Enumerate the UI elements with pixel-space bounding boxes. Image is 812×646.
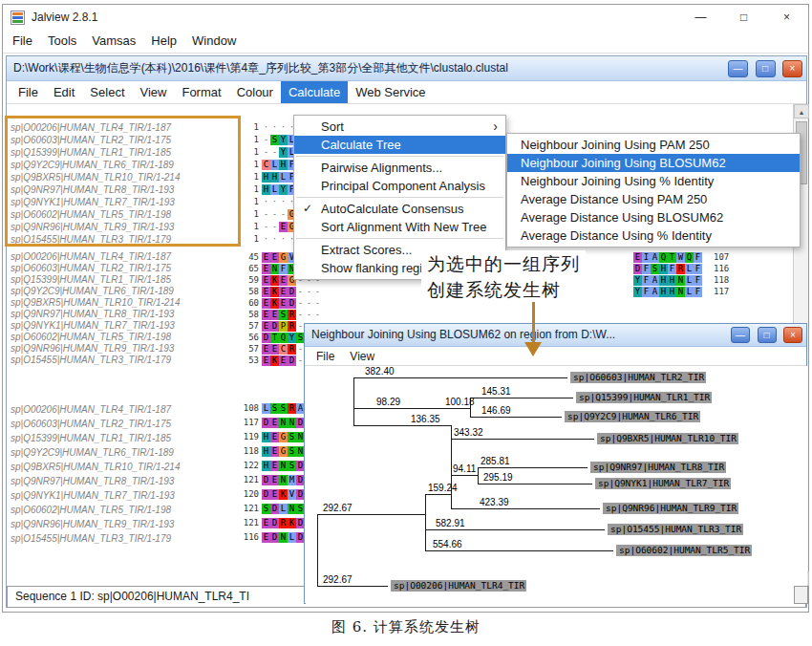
residue-cell: · (279, 234, 288, 245)
align-menu-file[interactable]: File (11, 81, 46, 103)
close-button[interactable]: × (765, 5, 808, 30)
tree-leaf-tlr6[interactable]: sp|Q9Y2C9|HUMAN_TLR6_TIR (565, 411, 700, 422)
residue-cell: H (659, 275, 668, 286)
submenu-item-average-distance-using-pam-250[interactable]: Average Distance Using PAM 250 (507, 190, 800, 208)
residue-cell: H (262, 184, 270, 195)
residue-cell: E (270, 461, 279, 471)
tree-branch-lines (317, 377, 613, 586)
tree-menu-file[interactable]: File (309, 348, 342, 366)
align-menu-colour[interactable]: Colour (229, 81, 281, 103)
svg-text:sp|O00206|HUMAN_TLR4_TIR: sp|O00206|HUMAN_TLR4_TIR (394, 580, 525, 591)
alignment-titlebar[interactable]: D:\Work\课程\生物信息学(本科)\2016\课件\第4章_序列比较_第3… (7, 56, 806, 81)
residue-cell: - (313, 310, 322, 320)
sequence-id[interactable]: sp|Q9Y2C9|HUMAN_TLR6_TIR/1-189 (11, 445, 240, 460)
residue-cell: - (262, 135, 270, 145)
tree-leaf-tlr8[interactable]: sp|Q9NR97|HUMAN_TLR8_TIR (590, 462, 726, 473)
menu-item-pairwise-alignments[interactable]: Pairwise Alignments... (294, 159, 505, 177)
tree-leaf-tlr9[interactable]: sp|Q9NR96|HUMAN_TLR9_TIR (603, 503, 738, 514)
submenu-item-average-distance-using-identity[interactable]: Average Distance Using % Identity (507, 226, 800, 245)
app-menu-file[interactable]: File (5, 30, 40, 53)
sequence-id[interactable]: sp|Q15399|HUMAN_TLR1_TIR/1-185 (11, 274, 240, 286)
menu-item-calculate-tree[interactable]: Calculate Tree (294, 136, 505, 154)
app-menu-window[interactable]: Window (184, 30, 244, 53)
sequence-id[interactable]: sp|Q9NR97|HUMAN_TLR8_TIR/1-193 (11, 309, 240, 320)
menu-item-autocalculate-consensus[interactable]: ✓AutoCalculate Consensus (294, 200, 505, 218)
app-menu-help[interactable]: Help (143, 30, 184, 53)
submenu-item-neighbour-joining-using-identity[interactable]: Neighbour Joining Using % Identity (507, 172, 800, 190)
app-menu-tools[interactable]: Tools (40, 30, 84, 53)
residue-start-number: 1 (242, 209, 259, 219)
minimize-button[interactable]: — (679, 5, 722, 30)
tree-menu-view[interactable]: View (342, 348, 382, 366)
tree-leaf-tlr2[interactable]: sp|O60603|HUMAN_TLR2_TIR (570, 372, 706, 383)
tree-leaf-tlr5[interactable]: sp|O60602|HUMAN_TLR5_TIR (616, 545, 752, 556)
submenu-item-average-distance-using-blosum62[interactable]: Average Distance Using BLOSUM62 (507, 208, 800, 226)
residue-cell: P (279, 321, 288, 332)
sequence-id[interactable]: sp|O60602|HUMAN_TLR5_TIR/1-198 (11, 332, 240, 343)
align-menu-edit[interactable]: Edit (46, 81, 82, 103)
menu-item-sort[interactable]: Sort› (294, 118, 505, 136)
residue-cell: Y (633, 287, 642, 297)
sequence-id[interactable]: sp|Q9NR96|HUMAN_TLR9_TIR/1-193 (11, 343, 240, 355)
sequence-id[interactable]: sp|O60602|HUMAN_TLR5_TIR/1-198 (11, 503, 240, 517)
restore-button[interactable]: □ (756, 60, 776, 77)
minimize-button[interactable]: — (731, 327, 750, 343)
residue-cell: N (288, 418, 296, 428)
residue-cell: - (305, 298, 313, 309)
sequence-id[interactable]: sp|Q9BXR5|HUMAN_TLR10_TIR/1-214 (11, 460, 240, 474)
sequence-id[interactable]: sp|O00206|HUMAN_TLR4_TIR/1-187 (11, 402, 240, 417)
residue-cell: Y (288, 333, 296, 343)
residue-cell: T (270, 333, 279, 343)
sequence-id[interactable]: sp|Q15399|HUMAN_TLR1_TIR/1-185 (11, 431, 240, 445)
sequence-id[interactable]: sp|O00206|HUMAN_TLR4_TIR/1-187 (11, 251, 240, 263)
scrollbar-corner[interactable] (794, 586, 808, 604)
align-menu-select[interactable]: Select (82, 81, 132, 103)
svg-text:sp|Q9NR97|HUMAN_TLR8_TIR: sp|Q9NR97|HUMAN_TLR8_TIR (593, 462, 725, 472)
sequence-id[interactable]: sp|O60603|HUMAN_TLR2_TIR/1-175 (11, 263, 240, 274)
submenu-item-neighbour-joining-using-pam-250[interactable]: Neighbour Joining Using PAM 250 (507, 136, 800, 154)
residue-start-number: 116 (242, 532, 259, 542)
sequence-id[interactable]: sp|O60603|HUMAN_TLR2_TIR/1-175 (11, 417, 240, 431)
residue-cell: D (633, 264, 642, 274)
sequence-id[interactable]: sp|Q9BXR5|HUMAN_TLR10_TIR/1-214 (11, 297, 240, 309)
residue-cell: E (262, 287, 270, 297)
align-menu-web-service[interactable]: Web Service (348, 81, 433, 103)
menu-item-principal-component-analysis[interactable]: Principal Component Analysis (294, 177, 505, 195)
sequence-id[interactable]: sp|O15455|HUMAN_TLR3_TIR/1-179 (11, 531, 240, 546)
sequence-id[interactable]: sp|Q9NR97|HUMAN_TLR8_TIR/1-193 (11, 474, 240, 488)
residue-cell: - (296, 287, 305, 297)
close-button[interactable]: × (782, 60, 802, 77)
residue-cell: · (262, 122, 270, 133)
residue-cell: K (270, 298, 279, 309)
tree-leaf-tlr4[interactable]: sp|O00206|HUMAN_TLR4_TIR (391, 580, 526, 592)
tree-leaf-tlr3[interactable]: sp|O15455|HUMAN_TLR3_TIR (608, 524, 743, 535)
align-menu-calculate[interactable]: Calculate (281, 81, 348, 103)
app-menu-vamsas[interactable]: Vamsas (84, 30, 143, 53)
sequence-id[interactable]: sp|Q9NR96|HUMAN_TLR9_TIR/1-193 (11, 517, 240, 531)
residue-cell: - (262, 147, 270, 158)
tree-titlebar[interactable]: Neighbour Joining Using BLOSUM62 on regi… (305, 324, 806, 347)
residue-cell: S (279, 403, 288, 414)
menu-item-sort-alignment-with-new-tree[interactable]: Sort Alignment With New Tree (294, 218, 505, 236)
sequence-id[interactable]: sp|Q9Y2C9|HUMAN_TLR6_TIR/1-189 (11, 286, 240, 297)
residue-cell: D (262, 333, 270, 343)
tree-leaf-tlr7[interactable]: sp|Q9NYK1|HUMAN_TLR7_TIR (595, 478, 731, 489)
residue-cell: H (659, 287, 668, 297)
align-menu-view[interactable]: View (133, 81, 175, 103)
minimize-button[interactable]: — (728, 60, 748, 77)
residue-cell: E (262, 518, 270, 528)
submenu-item-neighbour-joining-using-blosum62[interactable]: Neighbour Joining Using BLOSUM62 (507, 154, 800, 172)
tree-leaf-tlr1[interactable]: sp|Q15399|HUMAN_TLR1_TIR (576, 392, 712, 403)
residue-cell: L (288, 532, 296, 543)
tree-canvas[interactable]: 382.40 98.29 100.18 145.31 146.69 136.35… (306, 366, 807, 604)
sequence-id[interactable]: sp|O15455|HUMAN_TLR3_TIR/1-179 (11, 355, 240, 366)
align-menu-format[interactable]: Format (174, 81, 228, 103)
residue-cell: E (270, 252, 279, 263)
tree-leaf-tlr10[interactable]: sp|Q9BXR5|HUMAN_TLR10_TIR (597, 433, 738, 444)
scroll-up-button[interactable]: ▲ (794, 104, 809, 118)
close-button[interactable]: × (783, 327, 802, 343)
sequence-id[interactable]: sp|Q9NYK1|HUMAN_TLR7_TIR/1-193 (11, 488, 240, 503)
sequence-id[interactable]: sp|Q9NYK1|HUMAN_TLR7_TIR/1-193 (11, 320, 240, 332)
restore-button[interactable]: □ (758, 327, 777, 343)
maximize-button[interactable]: □ (722, 5, 765, 30)
